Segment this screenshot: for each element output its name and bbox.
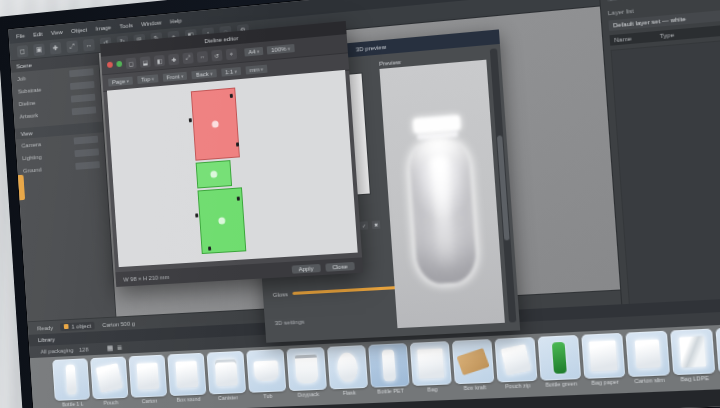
menu-item[interactable]: File [16, 32, 25, 39]
library-item-thumbnail[interactable] [494, 337, 537, 382]
library-item-thumbnail[interactable] [715, 326, 720, 373]
dieline-tool-icon[interactable]: ◧ [154, 54, 165, 66]
dieline-panel-green-large[interactable] [197, 187, 246, 254]
dieline-tool-icon[interactable]: ⤢ [182, 52, 193, 64]
dieline-tool-icon[interactable]: ↺ [211, 49, 222, 61]
registration-mark [237, 197, 240, 201]
dieline-panel-green-small[interactable] [196, 160, 232, 188]
library-item-thumbnail[interactable] [410, 341, 452, 386]
left-panel-row-label: Camera [21, 141, 41, 148]
menu-item[interactable]: Help [170, 17, 182, 24]
dieline-view-select[interactable]: Front [162, 72, 187, 82]
library-tab[interactable]: Library [38, 336, 55, 343]
toolbar-icon[interactable]: ⤢ [66, 40, 78, 53]
left-panel-row-control[interactable] [75, 161, 100, 170]
library-item[interactable]: Tub [246, 349, 287, 408]
dieline-view-select[interactable]: Top [137, 74, 158, 84]
library-item-thumbnail[interactable] [128, 355, 167, 398]
library-item-thumbnail[interactable] [452, 339, 495, 384]
library-item-thumbnail[interactable] [52, 358, 90, 401]
library-item-thumbnail[interactable] [207, 351, 247, 395]
menu-item[interactable]: Object [71, 26, 87, 33]
dieline-tool-icon[interactable]: ⌖ [226, 48, 237, 60]
library-item[interactable]: Box kraft [452, 339, 496, 400]
menu-item[interactable]: Edit [33, 30, 43, 37]
library-item-thumbnail[interactable] [368, 343, 410, 388]
library-item[interactable]: Doypack [286, 347, 328, 406]
left-panel-row-control[interactable] [69, 68, 94, 77]
library-item[interactable]: Carton slim [625, 331, 671, 393]
library-item[interactable]: Box round [167, 353, 207, 408]
dieline-action-button[interactable]: Apply [291, 263, 320, 273]
left-panel-row-control[interactable] [74, 148, 99, 157]
library-item-thumbnail[interactable] [581, 333, 625, 379]
dieline-canvas[interactable] [107, 70, 358, 267]
library-item[interactable]: Bottle 1 L [52, 358, 91, 408]
left-panel-row-control[interactable] [70, 81, 95, 90]
list-view-icon[interactable]: ≣ [117, 344, 123, 352]
registration-mark [236, 142, 239, 146]
library-item[interactable]: Crate [715, 326, 720, 389]
layer-list-column-header[interactable]: Name [614, 35, 632, 43]
status-text: Ready [37, 324, 53, 331]
menu-item[interactable]: Window [141, 19, 162, 27]
left-panel-row-control[interactable] [72, 106, 97, 115]
menu-item[interactable]: Image [95, 24, 111, 31]
library-item[interactable]: Bag LDPE [670, 329, 716, 392]
dieline-dimensions-text: W 98 × H 210 mm [123, 273, 169, 282]
3d-preview-viewport[interactable] [379, 60, 504, 328]
left-panel-row-control[interactable] [71, 94, 96, 103]
library-item-thumbnail[interactable] [286, 347, 327, 391]
library-item-thumbnail[interactable] [670, 329, 715, 376]
dieline-view-select[interactable]: 1:1 [221, 67, 241, 77]
library-item-thumbnail[interactable] [167, 353, 206, 396]
left-panel-row-label: Dieline [19, 99, 36, 106]
left-panel-row-label: Ground [23, 166, 42, 173]
toolbar-icon[interactable]: ↔ [83, 38, 95, 51]
toolbar-icon[interactable]: ▣ [33, 43, 45, 56]
library-item[interactable]: Pouch zip [494, 337, 538, 398]
dieline-tool-icon[interactable]: ↔ [197, 50, 208, 62]
library-item-thumbnail[interactable] [625, 331, 670, 377]
green-swatch[interactable] [116, 61, 122, 67]
confirm-icon[interactable]: ✓ [360, 221, 369, 230]
dieline-view-select[interactable]: Page [108, 77, 133, 87]
dieline-toolbar-select[interactable]: 100% [267, 44, 294, 54]
layer-list-body[interactable] [611, 37, 720, 307]
library-filter-label[interactable]: All packaging [40, 347, 73, 354]
toolbar-icon[interactable]: ✚ [50, 41, 62, 54]
dieline-tool-icon[interactable]: ◻ [126, 57, 137, 69]
dieline-action-button[interactable]: Close [325, 261, 355, 271]
left-panel-row-label: Lighting [22, 153, 42, 160]
toolbar-icon[interactable]: ◻ [17, 45, 29, 58]
library-item[interactable]: Canister [207, 351, 248, 408]
library-item[interactable]: Bag paper [581, 333, 626, 395]
panel-flyout-tab[interactable] [18, 175, 25, 201]
library-item[interactable]: Bag [410, 341, 453, 401]
library-item[interactable]: Pouch [90, 356, 129, 408]
library-item-thumbnail[interactable] [538, 335, 582, 381]
left-panel-row-control[interactable] [74, 136, 99, 145]
library-item[interactable]: Carton [128, 355, 168, 408]
grid-view-icon[interactable]: ▦ [107, 344, 114, 352]
dieline-panel-red[interactable] [191, 88, 240, 161]
dieline-view-select[interactable]: mm [245, 65, 267, 75]
menu-item[interactable]: Tools [119, 22, 133, 29]
layers-panel-icon[interactable]: ◧ [606, 0, 618, 2]
dieline-toolbar-select[interactable]: A4 [244, 47, 263, 57]
remove-icon[interactable]: ✖ [372, 220, 381, 229]
red-swatch[interactable] [107, 62, 113, 68]
panel-center-dot [218, 217, 225, 224]
menu-item[interactable]: View [51, 29, 63, 36]
library-item-thumbnail[interactable] [327, 345, 368, 389]
library-item-thumbnail[interactable] [246, 349, 286, 393]
dieline-tool-icon[interactable]: ⬓ [140, 56, 151, 68]
library-item[interactable]: Bottle green [538, 335, 583, 396]
selection-chip[interactable]: 1 object [60, 321, 95, 331]
dieline-tool-icon[interactable]: ✚ [168, 53, 179, 65]
layer-list-column-header[interactable]: Type [660, 32, 675, 40]
library-item-thumbnail[interactable] [90, 356, 128, 399]
library-item[interactable]: Flask [327, 345, 369, 405]
dieline-view-select[interactable]: Back [192, 69, 217, 79]
library-item[interactable]: Bottle PET [368, 343, 411, 403]
